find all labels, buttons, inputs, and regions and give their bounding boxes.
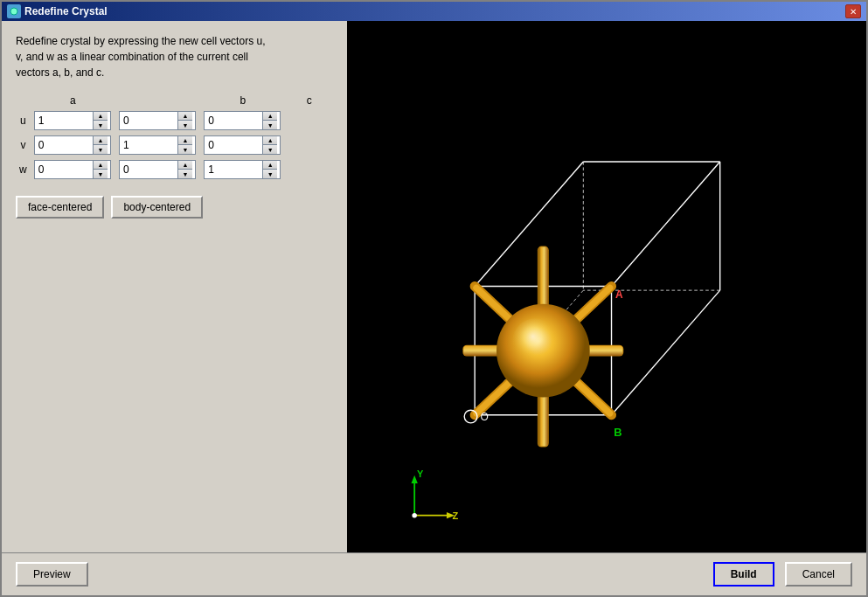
row-u-a-spin-up[interactable]: ▲ [94,112,108,121]
row-u-c-cell: ▲ ▼ [200,108,285,133]
row-w-b-input-container: ▲ ▼ [119,160,196,179]
svg-text:A: A [615,288,623,301]
empty-header [16,93,31,108]
col-c-header [285,93,299,108]
build-button[interactable]: Build [713,562,774,587]
svg-text:Y: Y [417,469,424,479]
row-u-b-spin-down[interactable]: ▼ [178,121,192,129]
row-v-b-input[interactable] [120,138,177,152]
svg-point-0 [10,8,17,15]
row-u-a-cell: ▲ ▼ [31,108,115,133]
matrix-row-v: v ▲ ▼ [16,133,333,157]
bottom-button-bar: Preview Build Cancel [2,552,866,595]
row-u-a-input[interactable] [35,114,93,128]
row-v-b-spin-up[interactable]: ▲ [178,136,192,145]
svg-point-40 [412,513,417,518]
row-v-c-cell: ▲ ▼ [200,133,285,157]
body-centered-button[interactable]: body-centered [111,196,203,219]
matrix-row-u: u ▲ ▼ [16,108,333,133]
face-centered-button[interactable]: face-centered [16,196,104,219]
row-u-b-cell: ▲ ▼ [115,108,200,133]
row-v-c-input-container: ▲ ▼ [204,135,281,155]
row-u-a-spinners: ▲ ▼ [93,112,108,129]
row-u-b-input[interactable] [120,114,177,128]
row-u-c-spin-up[interactable]: ▲ [263,112,277,121]
viewport[interactable]: A O B Y Z [347,21,866,552]
row-v-a-cell: ▲ ▼ [31,133,115,157]
row-v-c-input[interactable] [205,138,262,152]
svg-point-31 [512,318,558,364]
matrix-row-w: w ▲ ▼ [16,157,333,182]
col-c-spin [319,93,333,108]
col-c-header-label: c [300,93,319,108]
row-v-b-spin-down[interactable]: ▼ [178,145,192,154]
row-w-c-input[interactable] [205,163,262,177]
row-w-a-spin-up[interactable]: ▲ [94,161,108,170]
row-v-a-spin-up[interactable]: ▲ [94,136,108,145]
row-w-a-spinners: ▲ ▼ [93,161,108,178]
row-u-c-input[interactable] [205,114,262,128]
content-area: Redefine crystal by expressing the new c… [2,21,866,552]
row-w-a-spin-down[interactable]: ▼ [94,170,108,178]
row-w-a-input[interactable] [35,163,93,177]
row-w-c-cell: ▲ ▼ [200,157,285,182]
spacer [16,229,333,540]
row-v-a-spinners: ▲ ▼ [93,136,108,154]
main-window: Redefine Crystal ✕ Redefine crystal by e… [0,0,868,597]
row-u-a-spin-down[interactable]: ▼ [94,121,108,129]
window-icon [7,4,21,18]
row-v-b-spinners: ▲ ▼ [177,136,192,154]
o-label: O [481,411,489,423]
row-w-b-spinners: ▲ ▼ [177,161,192,178]
row-u-c-spinners: ▲ ▼ [262,112,277,129]
row-u-c-spin-down[interactable]: ▼ [263,121,277,129]
description-text: Redefine crystal by expressing the new c… [16,33,333,80]
titlebar: Redefine Crystal ✕ [2,2,866,21]
row-u-a-input-container: ▲ ▼ [34,111,111,130]
row-u-label: u [16,108,31,133]
row-v-a-spin-down[interactable]: ▼ [94,145,108,154]
row-v-b-input-container: ▲ ▼ [119,135,196,155]
window-title: Redefine Crystal [24,5,108,17]
row-w-c-spin-up[interactable]: ▲ [263,161,277,170]
row-v-c-spin-up[interactable]: ▲ [263,136,277,145]
col-a-header: a [31,93,115,108]
row-w-a-cell: ▲ ▼ [31,157,115,182]
preset-buttons-container: face-centered body-centered [16,196,333,219]
row-v-b-cell: ▲ ▼ [115,133,200,157]
col-b-header-label: b [200,93,285,108]
row-w-c-input-container: ▲ ▼ [204,160,281,179]
row-w-label: w [16,157,31,182]
row-v-a-input[interactable] [35,138,93,152]
matrix-table: a b c u [16,93,333,182]
titlebar-left: Redefine Crystal [7,4,108,18]
row-w-b-spin-down[interactable]: ▼ [178,170,192,178]
row-w-c-spin-down[interactable]: ▼ [263,170,277,178]
row-v-c-spin-down[interactable]: ▼ [263,145,277,154]
row-v-label: v [16,133,31,157]
close-button[interactable]: ✕ [845,4,861,18]
row-u-b-spinners: ▲ ▼ [177,112,192,129]
col-b-header [115,93,200,108]
row-v-a-input-container: ▲ ▼ [34,135,111,155]
row-w-b-input[interactable] [120,163,177,177]
row-u-c-input-container: ▲ ▼ [204,111,281,130]
row-w-b-spin-up[interactable]: ▲ [178,161,192,170]
preview-button[interactable]: Preview [16,562,88,587]
row-w-a-input-container: ▲ ▼ [34,160,111,179]
row-u-b-input-container: ▲ ▼ [119,111,196,130]
crystal-viewport: A O B Y Z [347,21,866,552]
left-panel: Redefine crystal by expressing the new c… [2,21,347,552]
svg-text:Z: Z [452,510,458,521]
b-label: B [614,426,621,439]
row-w-b-cell: ▲ ▼ [115,157,200,182]
row-u-b-spin-up[interactable]: ▲ [178,112,192,121]
row-w-c-spinners: ▲ ▼ [262,161,277,178]
row-v-c-spinners: ▲ ▼ [262,136,277,154]
cancel-button[interactable]: Cancel [785,562,852,587]
